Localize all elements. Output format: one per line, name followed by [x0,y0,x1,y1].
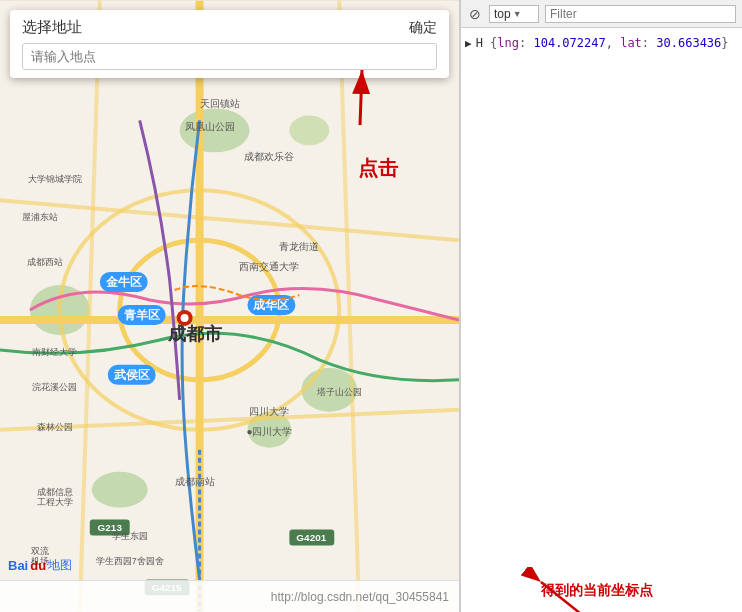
console-object-text: H {lng: 104.072247, lat: 30.663436} [476,36,729,50]
map-bottom-bar: http://blog.csdn.net/qq_30455841 [0,580,459,612]
map-header: 选择地址 确定 [10,10,449,78]
devtools-content: ▶ H {lng: 104.072247, lat: 30.663436} [461,28,742,612]
lat-key: lat [620,36,642,50]
expand-arrow[interactable]: ▶ [465,37,472,50]
svg-text:●四川大学: ●四川大学 [246,426,292,437]
lat-value: 30.663436 [656,36,721,50]
baidu-du-text: du [30,558,46,573]
svg-text:武侯区: 武侯区 [114,368,150,382]
svg-point-55 [181,314,189,322]
svg-text:工程大学: 工程大学 [37,497,73,507]
svg-text:青羊区: 青羊区 [124,308,160,322]
baidu-map-text: 地图 [48,557,72,574]
block-icon[interactable]: ⊘ [467,6,483,22]
confirm-button[interactable]: 确定 [409,19,437,37]
svg-text:四川大学: 四川大学 [249,406,289,417]
lng-key: lng [497,36,519,50]
svg-text:塔子山公园: 塔子山公园 [316,387,362,397]
svg-text:金牛区: 金牛区 [105,275,142,289]
filter-input[interactable] [545,5,736,23]
dropdown-label: top [494,7,511,21]
svg-text:浣花溪公园: 浣花溪公园 [32,382,77,392]
baidu-logo-text: Bai [8,558,28,573]
svg-text:成都市: 成都市 [167,323,223,344]
devtools-toolbar: ⊘ top ▼ [461,0,742,28]
context-dropdown[interactable]: top ▼ [489,5,539,23]
map-background: G4201 G4201 G213 G4215 金牛区 青羊区 成华区 武侯区 成… [0,0,459,612]
lng-value: 104.072247 [533,36,605,50]
svg-text:天回镇站: 天回镇站 [200,98,240,109]
svg-text:南财经大学: 南财经大学 [32,347,77,357]
svg-text:G4201: G4201 [296,532,326,543]
console-line: ▶ H {lng: 104.072247, lat: 30.663436} [465,34,738,52]
devtools-panel: ⊘ top ▼ ▶ H {lng: 104.072247, lat: 30.66… [460,0,742,612]
click-annotation: 点击 [358,155,398,182]
svg-text:成都欢乐谷: 成都欢乐谷 [244,151,294,162]
svg-line-57 [360,70,362,125]
svg-text:森林公园: 森林公园 [37,422,73,432]
svg-text:成都西站: 成都西站 [27,257,63,267]
svg-text:大学锦城学院: 大学锦城学院 [28,174,82,184]
svg-text:屋浦东站: 屋浦东站 [22,212,58,222]
svg-text:成都南站: 成都南站 [175,476,215,487]
svg-text:学生东园: 学生东园 [112,531,148,541]
svg-text:双流: 双流 [31,546,49,556]
svg-text:凤凰山公园: 凤凰山公园 [185,121,235,132]
object-constructor: H [476,36,490,50]
dropdown-arrow: ▼ [513,9,522,19]
svg-text:学生西园7舍园舍: 学生西园7舍园舍 [96,556,164,566]
map-panel: G4201 G4201 G213 G4215 金牛区 青羊区 成华区 武侯区 成… [0,0,460,612]
svg-text:成都信息: 成都信息 [37,487,73,497]
map-dialog-title: 选择地址 [22,18,82,37]
url-text: http://blog.csdn.net/qq_30455841 [271,590,449,604]
svg-point-5 [92,472,148,508]
svg-text:青龙街道: 青龙街道 [279,241,319,252]
baidu-logo: Bai du 地图 [8,557,72,574]
arrow-annotation [280,55,380,135]
devtools-annotation: 得到的当前坐标点 [541,582,653,600]
svg-text:西南交通大学: 西南交通大学 [239,261,299,272]
